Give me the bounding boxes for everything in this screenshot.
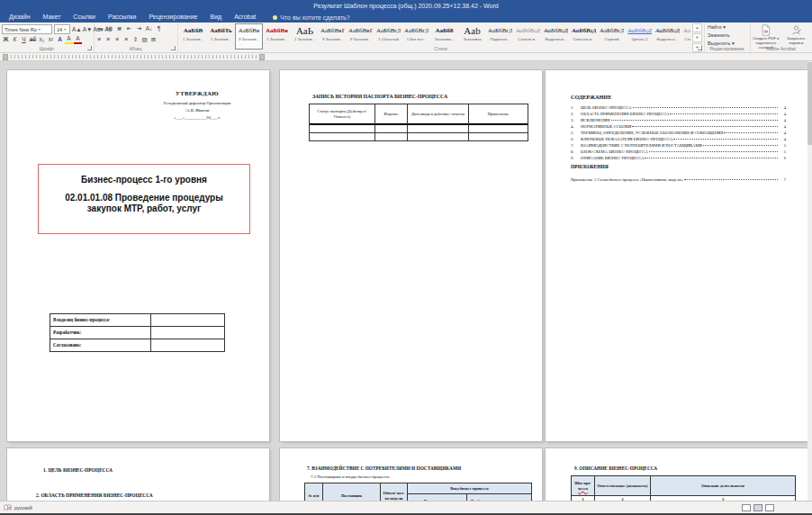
ribbon-tab[interactable]: Рецензирование [142,12,203,23]
font-color-button[interactable]: А [74,35,82,44]
pilcrow-button[interactable]: ¶ [155,24,163,33]
text-effects-button[interactable]: А [56,35,64,44]
section-2-heading: 2. ОБЛАСТЬ ПРИМЕНЕНИЯ БИЗНЕС-ПРОЦЕССА [36,492,153,498]
scrollbar-thumb[interactable] [807,62,812,145]
superscript-button[interactable]: x² [47,35,55,44]
ribbon-tab[interactable]: Макет [37,12,68,23]
document-page-4[interactable]: 1. ЦЕЛЬ БИЗНЕС-ПРОЦЕССА 2. ОБЛАСТЬ ПРИМЕ… [7,448,269,501]
font-name-combo[interactable]: Times New Ro ▾ [2,24,52,34]
find-button[interactable]: Найти ▾ [704,23,750,32]
section-7-1-subheading: 7.1 Поставщики и входы бизнес-процесса [311,474,389,479]
shrink-font-button[interactable]: А▼ [83,25,93,34]
document-page-2[interactable]: ЗАПИСЬ ИСТОРИИ ПАСПОРТА БИЗНЕС-ПРОЦЕССА … [280,70,542,441]
toc-entry[interactable]: 2. ОБЛАСТЬ ПРИМЕНЕНИЯ БИЗНЕС-ПРОЦЕССА 4 [571,111,786,117]
read-mode-button[interactable] [742,504,751,511]
pdf-document-icon [760,24,771,36]
style-preview: АаБбВгД [544,25,568,37]
borders-button[interactable]: ⊞ [149,35,158,44]
bullet-list-button[interactable]: ≔ [95,24,104,33]
toc-entry-page: 4 [779,104,786,111]
align-left-button[interactable]: ≡ [95,35,104,44]
dialog-launcher-icon[interactable] [87,46,92,50]
toc-entry-number: 2. [571,111,581,117]
multilevel-list-button[interactable]: ≣ [115,24,123,33]
proofing-book-icon[interactable] [4,504,12,511]
ruler[interactable] [0,53,812,61]
approval-position: Генеральный директор Организации [139,100,256,107]
language-indicator[interactable]: русский [14,505,32,510]
document-page-1[interactable]: УТВЕРЖДАЮ Генеральный директор Организац… [7,70,269,441]
style-preview: АаБбВ [181,25,205,37]
left-indent-marker[interactable] [3,54,8,60]
align-right-button[interactable]: ≡ [113,35,122,44]
style-preview: АаБбВгД [572,25,596,37]
grow-font-button[interactable]: А▲ [72,25,82,34]
ribbon-tab[interactable]: Вид [203,12,228,23]
toc-entry[interactable]: 7. ВЗАИМОДЕЙСТВИЕ С ПОТРЕБИТЕЛЯМИ И ПОСТ… [571,142,786,149]
dialog-launcher-icon[interactable] [171,46,176,50]
subscript-button[interactable]: x₂ [38,35,46,44]
toc-entry[interactable]: 6. КЛЮЧЕВЫЕ ПОКАЗАТЕЛИ БИЗНЕС-ПРОЦЕССА 4 [571,136,786,142]
right-indent-marker[interactable] [259,54,265,60]
document-page-3[interactable]: СОДЕРЖАНИЕ 1. ЦЕЛЬ БИЗНЕС-ПРОЦЕССА 4 2. … [546,70,807,441]
style-label: Цитата 2 [627,37,652,42]
underline-button[interactable]: Ч [20,35,28,44]
ruler-ticks [7,55,263,59]
strikethrough-button[interactable]: аб [29,35,37,44]
toc-entry[interactable]: 4. НОРМАТИВНЫЕ ССЫЛКИ 4 [571,123,786,130]
tell-me-box[interactable]: Что вы хотите сделать? [273,14,349,21]
style-label: Подзагол... [488,37,512,42]
acrobat-group: Создать PDF и поделиться ссылкой Запроси… [750,23,812,52]
decrease-indent-button[interactable]: ⇤ [125,24,133,33]
style-preview: АаЬ [293,25,317,37]
sort-button[interactable]: А↓ [145,24,153,33]
process-level-title: Бизнес-процесс 1-го уровня [39,174,249,185]
section-7-heading: 7. ВЗАИМОДЕЙСТВИЕ С ПОТРЕБИТЕЛЯМИ И ПОСТ… [307,465,461,471]
toc-entry[interactable]: 3. ИСКЛЮЧЕНИЯ 4 [571,117,786,123]
bold-button[interactable]: Ж [2,35,10,44]
ribbon-tab[interactable]: Дизайн [3,12,37,23]
section-1-heading: 1. ЦЕЛЬ БИЗНЕС-ПРОЦЕССА [43,467,113,473]
gallery-scroll-up-button[interactable]: ▴ [692,23,702,32]
toc-leader [724,132,778,133]
style-label: 1 Обычный [376,37,401,42]
print-layout-button[interactable] [753,504,762,511]
web-layout-button[interactable] [765,504,774,511]
italic-button[interactable]: К [11,35,19,44]
document-page-5[interactable]: 7. ВЗАИМОДЕЙСТВИЕ С ПОТРЕБИТЕЛЯМИ И ПОСТ… [280,448,542,501]
history-table: Статус паспорта (Действует/ Отменен) Изд… [309,104,528,141]
vertical-scrollbar[interactable] [807,61,812,501]
align-center-button[interactable]: ≡ [104,35,113,44]
numbered-list-button[interactable]: № [105,24,113,33]
toc-entry[interactable]: 5. ТЕРМИНЫ, ОПРЕДЕЛЕНИЯ, УСЛОВНЫЕ ОБОЗНА… [571,130,786,136]
gallery-scroll-down-button[interactable]: ▾ [692,33,702,42]
ribbon-tab[interactable]: Acrobat [228,12,262,23]
text-highlight-button[interactable]: А [65,35,73,44]
table-of-contents: 1. ЦЕЛЬ БИЗНЕС-ПРОЦЕССА 4 2. ОБЛАСТЬ ПРИ… [571,104,786,161]
toc-entry[interactable]: 1. ЦЕЛЬ БИЗНЕС-ПРОЦЕССА 4 [571,104,786,111]
dialog-launcher-icon[interactable] [698,46,702,50]
increase-indent-button[interactable]: ⇥ [135,24,143,33]
toc-entry-number: 9. [571,155,581,161]
history-empty-cell [375,125,408,133]
justify-button[interactable]: ≡ [122,35,131,44]
toc-leader [645,158,778,158]
ribbon-tab-row: ДизайнМакетСсылкиРассылкиРецензированиеВ… [0,12,812,23]
replace-button[interactable]: Заменить [704,32,750,40]
ribbon-tab[interactable]: Ссылки [67,12,102,23]
toc-entry[interactable]: 9. ОПИСАНИЕ БИЗНЕС-ПРОЦЕССА 6 [571,155,786,161]
suppliers-col-num: № п/п [305,483,323,501]
appendix-entry[interactable]: Приложение 1 Схема бизнес-процесса «Наим… [571,176,786,183]
line-spacing-button[interactable]: ⇕ [131,35,140,44]
ribbon-tab[interactable]: Рассылки [102,12,142,23]
toc-entry[interactable]: 8. БЛОК-СХЕМА БИЗНЕС-ПРОЦЕССА 5 [571,149,786,155]
font-size-value: 14 [57,26,62,33]
signatory-value-cell [151,327,225,339]
font-size-combo[interactable]: 14 ▾ [54,24,70,34]
shading-button[interactable]: ▨ [140,35,149,44]
document-page-6[interactable]: 9. ОПИСАНИЕ БИЗНЕС-ПРОЦЕССА Шаг про- цес… [546,448,807,501]
toc-entry-page: 4 [779,130,786,136]
history-empty-cell [310,133,375,141]
style-label: 3 Заголов... [237,37,261,42]
toc-entry-text: ИСКЛЮЧЕНИЯ [581,117,610,123]
